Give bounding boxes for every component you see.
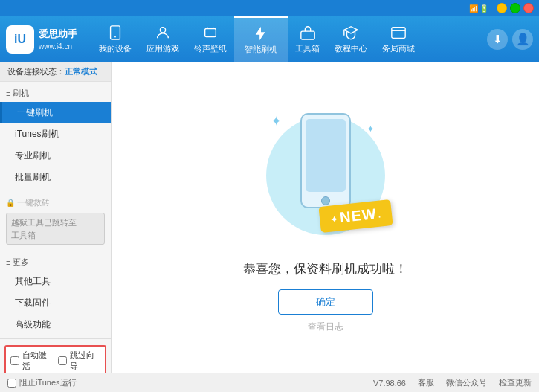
- sparkle-icon-1: ✦: [271, 113, 282, 129]
- logo-text: 爱思助手 www.i4.cn: [39, 27, 77, 53]
- footer-link-service[interactable]: 客服: [418, 377, 434, 388]
- itunes-label: 阻止iTunes运行: [19, 377, 77, 388]
- nav-item-app-game[interactable]: 应用游戏: [139, 16, 187, 62]
- header: iU 爱思助手 www.i4.cn 我的设备 应用游戏 铃声壁纸 智能刷机 工具…: [0, 16, 539, 62]
- flash-icon: [253, 25, 269, 42]
- sidebar-bottom: 自动激活 跳过向导 📱 iPhone 15 Pro Max 512GB iPho…: [0, 338, 111, 373]
- nav-bar: 我的设备 应用游戏 铃声壁纸 智能刷机 工具箱 教程中心 务局商城: [91, 16, 482, 62]
- tutorial-icon: [343, 25, 359, 41]
- guide-activate-checkbox[interactable]: [58, 356, 67, 365]
- ringtone-icon: [202, 25, 219, 41]
- sidebar-item-batch-flash[interactable]: 批量刷机: [0, 167, 111, 188]
- section-rescue-header: 🔒 一键救砖: [0, 194, 111, 211]
- section-more-header: ≡ 更多: [0, 254, 111, 271]
- section-rescue: 🔒 一键救砖 越狱工具已跳转至工具箱: [0, 191, 111, 251]
- content-area: ✦ ✦ ✦NEW. 恭喜您，保资料刷机成功啦！ 确定 查看日志: [112, 62, 539, 373]
- new-sparkle-icon: ✦: [330, 213, 339, 225]
- download-btn[interactable]: ⬇: [487, 29, 508, 50]
- auto-activate-checkbox[interactable]: [10, 356, 19, 365]
- logo: iU 爱思助手 www.i4.cn: [6, 25, 91, 54]
- phone-device: [300, 113, 351, 208]
- section-more-icon: ≡: [6, 258, 10, 267]
- phone-illustration: ✦ ✦ ✦NEW.: [251, 103, 400, 251]
- svg-point-1: [114, 36, 116, 38]
- section-more: ≡ 更多 其他工具 下载固件 高级功能: [0, 251, 111, 338]
- toolbox-icon: [300, 25, 316, 41]
- footer-link-update[interactable]: 检查更新: [499, 377, 532, 388]
- svg-rect-3: [205, 29, 216, 37]
- nav-item-smart-flash[interactable]: 智能刷机: [234, 16, 288, 62]
- phone-screen: [306, 119, 346, 192]
- view-log-link[interactable]: 查看日志: [308, 321, 343, 333]
- guide-activate-label[interactable]: 跳过向导: [70, 350, 101, 372]
- service-icon: [390, 25, 407, 41]
- main-area: 设备连接状态：正常模式 ≡ 刷机 一键刷机 iTunes刷机 专业刷机 批量刷机: [0, 62, 539, 373]
- sparkle-icon-2: ✦: [367, 123, 375, 135]
- close-btn[interactable]: [523, 3, 534, 13]
- sidebar-item-download-firmware[interactable]: 下载固件: [0, 292, 111, 314]
- nav-item-my-device[interactable]: 我的设备: [91, 16, 139, 62]
- confirm-button[interactable]: 确定: [278, 289, 373, 315]
- phone-home-btn: [321, 196, 330, 205]
- svg-point-2: [160, 28, 165, 33]
- footer: 阻止iTunes运行 V7.98.66 客服 微信公众号 检查更新: [0, 373, 539, 392]
- footer-link-wechat[interactable]: 微信公众号: [446, 377, 487, 388]
- section-flash-icon: ≡: [6, 89, 10, 98]
- device-icon: [107, 25, 123, 41]
- section-flash: ≡ 刷机 一键刷机 iTunes刷机 专业刷机 批量刷机: [0, 82, 111, 191]
- sidebar-item-advanced[interactable]: 高级功能: [0, 314, 111, 335]
- footer-right: V7.98.66 客服 微信公众号 检查更新: [373, 377, 532, 388]
- battery-icon: 🔋: [480, 4, 488, 13]
- itunes-checkbox[interactable]: [7, 379, 16, 388]
- sidebar: 设备连接状态：正常模式 ≡ 刷机 一键刷机 iTunes刷机 专业刷机 批量刷机: [0, 62, 112, 373]
- checkbox-row: 自动激活 跳过向导: [4, 345, 106, 373]
- nav-item-tutorial[interactable]: 教程中心: [327, 16, 375, 62]
- minimize-btn[interactable]: [497, 3, 507, 13]
- disabled-notice-box: 越狱工具已跳转至工具箱: [6, 213, 105, 245]
- status-value: 正常模式: [65, 67, 97, 76]
- new-dot-icon: .: [378, 209, 382, 219]
- auto-activate-label[interactable]: 自动激活: [22, 350, 54, 372]
- top-window-bar: 📶 🔋: [0, 0, 539, 16]
- svg-rect-5: [392, 28, 405, 39]
- success-message: 恭喜您，保资料刷机成功啦！: [243, 260, 407, 277]
- sidebar-item-other-tools[interactable]: 其他工具: [0, 271, 111, 292]
- status-bar: 设备连接状态：正常模式: [0, 62, 111, 82]
- header-actions: ⬇ 👤: [487, 29, 533, 50]
- user-btn[interactable]: 👤: [512, 29, 533, 50]
- footer-left: 阻止iTunes运行: [7, 377, 77, 388]
- section-flash-header: ≡ 刷机: [0, 85, 111, 102]
- svg-rect-4: [300, 31, 314, 39]
- sidebar-item-one-key-flash[interactable]: 一键刷机: [0, 102, 111, 123]
- wifi-icon: 📶: [469, 4, 478, 13]
- app-icon: [155, 25, 171, 41]
- logo-icon: iU: [6, 25, 34, 54]
- sidebar-item-itunes-flash[interactable]: iTunes刷机: [0, 123, 111, 145]
- version-label: V7.98.66: [373, 379, 406, 388]
- sidebar-item-pro-flash[interactable]: 专业刷机: [0, 145, 111, 167]
- nav-item-toolbox[interactable]: 工具箱: [288, 16, 327, 62]
- nav-item-service[interactable]: 务局商城: [375, 16, 422, 62]
- lock-icon: 🔒: [6, 199, 15, 207]
- maximize-btn[interactable]: [510, 3, 520, 13]
- nav-item-ringtone[interactable]: 铃声壁纸: [187, 16, 234, 62]
- status-label: 设备连接状态：: [7, 67, 65, 76]
